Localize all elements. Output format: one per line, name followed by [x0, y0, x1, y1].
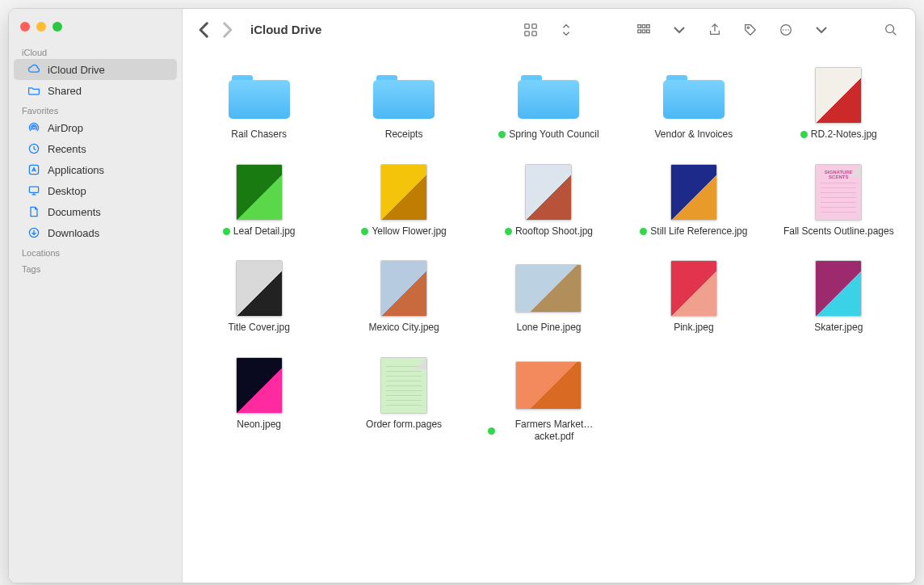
doc-icon	[27, 204, 41, 219]
folder-shared-icon	[27, 83, 41, 98]
file-item[interactable]: Order form.pages	[335, 357, 472, 444]
svg-rect-14	[647, 30, 650, 33]
sidebar-item-airdrop[interactable]: AirDrop	[14, 117, 177, 138]
minimize-button[interactable]	[36, 22, 46, 32]
sidebar: iCloudiCloud DriveSharedFavoritesAirDrop…	[9, 9, 183, 583]
more-button[interactable]	[773, 20, 799, 40]
sidebar-group-label: Locations	[9, 243, 182, 259]
file-name-label: Lone Pine.jpeg	[516, 322, 581, 335]
svg-point-17	[783, 29, 784, 31]
file-item[interactable]: Still Life Reference.jpg	[625, 164, 762, 238]
sidebar-item-label: Recents	[48, 143, 86, 155]
file-thumbnail	[815, 67, 862, 124]
sidebar-item-recents[interactable]: Recents	[14, 138, 177, 159]
green-tag-dot	[640, 228, 647, 235]
sidebar-item-label: AirDrop	[48, 122, 83, 134]
view-sort-chevron[interactable]	[553, 20, 579, 40]
svg-rect-8	[532, 31, 536, 35]
file-name-label: Mexico City.jpeg	[369, 322, 439, 335]
file-grid-area: Rail ChasersReceiptsSpring Youth Council…	[183, 51, 915, 583]
file-item[interactable]: Skater.jpeg	[771, 260, 907, 335]
file-name-label: Vendor & Invoices	[655, 128, 733, 141]
sidebar-item-applications[interactable]: Applications	[14, 159, 177, 180]
group-chevron-icon[interactable]	[666, 20, 692, 40]
sidebar-item-label: Shared	[48, 85, 82, 97]
svg-rect-10	[642, 24, 645, 27]
file-item[interactable]: Receipts	[335, 67, 472, 141]
file-item[interactable]: SIGNATURE SCENTSFall Scents Outline.page…	[771, 164, 907, 238]
more-chevron-icon[interactable]	[808, 20, 834, 40]
file-name-label: Yellow Flower.jpg	[372, 225, 446, 238]
clock-icon	[27, 141, 41, 156]
svg-rect-6	[532, 23, 536, 27]
sidebar-item-shared[interactable]: Shared	[14, 80, 177, 101]
group-button[interactable]	[631, 20, 657, 40]
file-thumbnail	[380, 164, 427, 221]
svg-rect-9	[638, 24, 641, 27]
sidebar-item-desktop[interactable]: Desktop	[14, 180, 177, 201]
svg-point-0	[32, 126, 36, 129]
file-thumbnail	[236, 260, 283, 317]
file-thumbnail	[515, 264, 582, 313]
sidebar-item-label: Applications	[48, 164, 104, 176]
file-item[interactable]: RD.2-Notes.jpg	[771, 67, 907, 141]
sidebar-item-label: Downloads	[48, 227, 99, 239]
search-button[interactable]	[878, 20, 904, 40]
sidebar-item-documents[interactable]: Documents	[14, 201, 177, 222]
svg-rect-7	[525, 31, 529, 35]
file-item[interactable]: Lone Pine.jpeg	[481, 260, 617, 335]
main-area: iCloud Drive	[183, 9, 915, 583]
svg-point-15	[747, 27, 749, 28]
cloud-icon	[27, 62, 41, 77]
sidebar-group-label: Tags	[9, 259, 182, 276]
forward-button[interactable]	[216, 20, 237, 40]
share-button[interactable]	[702, 20, 728, 40]
file-thumbnail	[236, 164, 283, 221]
green-tag-dot	[498, 131, 506, 138]
file-item[interactable]: Rail Chasers	[191, 67, 327, 141]
folder-icon	[518, 72, 579, 119]
download-icon	[27, 225, 41, 240]
sidebar-item-label: iCloud Drive	[48, 64, 105, 76]
green-tag-dot	[223, 228, 230, 235]
file-name-label: Title Cover.jpg	[229, 322, 290, 335]
maximize-button[interactable]	[52, 22, 62, 32]
svg-rect-5	[525, 23, 529, 27]
view-mode-button[interactable]	[518, 20, 544, 40]
file-item[interactable]: Neon.jpeg	[191, 357, 327, 444]
file-thumbnail	[515, 361, 582, 410]
file-thumbnail	[670, 164, 717, 221]
close-button[interactable]	[20, 22, 30, 32]
file-name-label: Order form.pages	[366, 419, 442, 431]
sidebar-item-downloads[interactable]: Downloads	[14, 222, 177, 243]
airdrop-icon	[27, 120, 41, 135]
sidebar-item-icloud-drive[interactable]: iCloud Drive	[14, 59, 177, 80]
file-item[interactable]: Title Cover.jpg	[191, 260, 327, 335]
file-item[interactable]: Yellow Flower.jpg	[335, 164, 472, 238]
file-name-label: Still Life Reference.jpg	[650, 225, 747, 238]
file-name-label: Rooftop Shoot.jpg	[515, 225, 593, 238]
file-item[interactable]: Mexico City.jpeg	[335, 260, 472, 335]
file-item[interactable]: Rooftop Shoot.jpg	[481, 164, 617, 238]
folder-icon	[229, 72, 290, 119]
svg-rect-3	[29, 187, 38, 192]
svg-point-18	[785, 29, 787, 31]
back-button[interactable]	[194, 20, 215, 40]
tags-button[interactable]	[737, 20, 763, 40]
file-thumbnail	[670, 260, 717, 317]
file-name-label: Spring Youth Council	[509, 128, 598, 141]
file-thumbnail: SIGNATURE SCENTS	[815, 164, 862, 221]
file-item[interactable]: Leaf Detail.jpg	[191, 164, 327, 238]
file-thumbnail	[236, 357, 283, 414]
svg-rect-12	[638, 30, 641, 33]
svg-rect-2	[29, 165, 38, 174]
file-item[interactable]: Vendor & Invoices	[625, 67, 762, 141]
svg-rect-13	[642, 30, 645, 33]
finder-window: iCloudiCloud DriveSharedFavoritesAirDrop…	[8, 8, 916, 583]
file-item[interactable]: Pink.jpeg	[625, 260, 762, 335]
file-item[interactable]: Spring Youth Council	[481, 67, 617, 141]
file-thumbnail	[525, 164, 572, 221]
sidebar-item-label: Documents	[48, 206, 101, 218]
file-item[interactable]: Farmers Market…acket.pdf	[481, 357, 617, 444]
desktop-icon	[27, 183, 41, 198]
